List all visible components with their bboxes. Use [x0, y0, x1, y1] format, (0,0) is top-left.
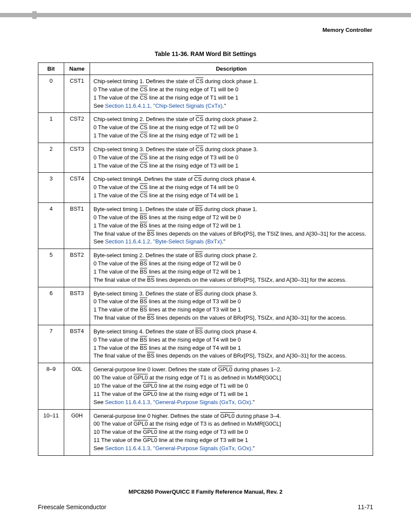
table-row: 6BST3Byte-select timing 3. Defines the s…	[38, 287, 373, 325]
name-cell: BST2	[64, 249, 90, 287]
col-desc: Description	[90, 63, 373, 75]
col-name: Name	[64, 63, 90, 75]
bit-cell: 10–11	[38, 409, 64, 455]
desc-cell: Chip-select timing 2. Defines the state …	[90, 113, 373, 143]
desc-cell: Chip-select timing 3. Defines the state …	[90, 143, 373, 173]
footer-manual-title: MPC8260 PowerQUICC II Family Reference M…	[38, 488, 373, 495]
bit-cell: 6	[38, 287, 64, 325]
bit-cell: 2	[38, 143, 64, 173]
name-cell: BST3	[64, 287, 90, 325]
desc-cell: Byte-select timing 2. Defines the state …	[90, 249, 373, 287]
footer-page: 11-71	[358, 504, 373, 510]
desc-cell: Byte-select timing 3. Defines the state …	[90, 287, 373, 325]
header-rule	[0, 13, 411, 17]
xref-link[interactable]: Section 11.6.4.1.3, "General-Purpose Sig…	[105, 445, 251, 451]
desc-cell: General-purpose line 0 lower. Defines th…	[90, 363, 373, 409]
name-cell: G0H	[64, 409, 90, 455]
name-cell: CST2	[64, 113, 90, 143]
bit-cell: 0	[38, 75, 64, 113]
bit-cell: 3	[38, 173, 64, 203]
table-row: 7BST4Byte-select timing 4. Defines the s…	[38, 325, 373, 363]
name-cell: G0L	[64, 363, 90, 409]
desc-cell: Chip-select timing 1. Defines the state …	[90, 75, 373, 113]
col-bit: Bit	[38, 63, 64, 75]
xref-link[interactable]: Section 11.6.4.1.3, "General-Purpose Sig…	[105, 399, 251, 405]
bit-cell: 5	[38, 249, 64, 287]
name-cell: BST1	[64, 202, 90, 249]
ram-word-table: Bit Name Description 0CST1Chip-select ti…	[38, 62, 373, 456]
table-caption: Table 11-36. RAM Word Bit Settings	[38, 50, 373, 57]
xref-link[interactable]: Section 11.6.4.1.2, "Byte-Select Signals…	[105, 238, 222, 245]
desc-cell: Byte-select timing 1. Defines the state …	[90, 202, 373, 249]
footer-vendor: Freescale Semiconductor	[38, 504, 106, 510]
bit-cell: 4	[38, 202, 64, 249]
table-row: 5BST2Byte-select timing 2. Defines the s…	[38, 249, 373, 287]
name-cell: CST3	[64, 143, 90, 173]
name-cell: CST1	[64, 75, 90, 113]
table-row: 1CST2Chip-select timing 2. Defines the s…	[38, 113, 373, 143]
bit-cell: 7	[38, 325, 64, 363]
section-heading: Memory Controller	[0, 17, 411, 33]
bit-cell: 1	[38, 113, 64, 143]
table-row: 3CST4Chip-select timing4. Defines the st…	[38, 173, 373, 203]
table-row: 10–11G0HGeneral-purpose line 0 higher. D…	[38, 409, 373, 455]
name-cell: BST4	[64, 325, 90, 363]
table-row: 0CST1Chip-select timing 1. Defines the s…	[38, 75, 373, 113]
bit-cell: 8–9	[38, 363, 64, 409]
xref-link[interactable]: Section 11.6.4.1.1, "Chip-Select Signals…	[105, 103, 223, 109]
table-row: 2CST3Chip-select timing 3. Defines the s…	[38, 143, 373, 173]
table-row: 4BST1Byte-select timing 1. Defines the s…	[38, 202, 373, 249]
desc-cell: Chip-select timing4. Defines the state o…	[90, 173, 373, 203]
table-row: 8–9G0LGeneral-purpose line 0 lower. Defi…	[38, 363, 373, 409]
name-cell: CST4	[64, 173, 90, 203]
desc-cell: Byte-select timing 4. Defines the state …	[90, 325, 373, 363]
desc-cell: General-purpose line 0 higher. Defines t…	[90, 409, 373, 455]
